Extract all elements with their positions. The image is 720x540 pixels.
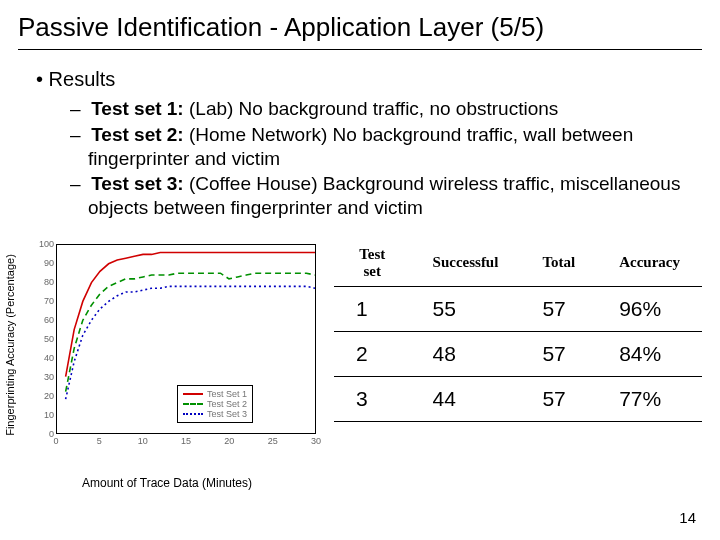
results-heading: • Results [36,68,702,91]
chart-y-axis-label: Fingerprinting Accuracy (Percentage) [4,254,16,436]
table-header: Test set [334,240,411,287]
slide-title: Passive Identification - Application Lay… [18,12,702,50]
results-table: Test setSuccessfulTotalAccuracy 1555796%… [334,240,702,422]
chart-x-axis-label: Amount of Trace Data (Minutes) [18,476,316,490]
chart-legend: Test Set 1 Test Set 2 Test Set 3 [177,385,253,423]
table-header: Successful [411,240,521,287]
chart-series-line [66,286,315,399]
table-row: 3445777% [334,376,702,421]
test-set-1-desc: – Test set 1: (Lab) No background traffi… [70,97,702,121]
table-header: Total [520,240,597,287]
table-row: 2485784% [334,331,702,376]
chart-series-line [66,252,315,376]
page-number: 14 [679,509,696,526]
test-set-2-desc: – Test set 2: (Home Network) No backgrou… [70,123,702,171]
test-set-3-desc: – Test set 3: (Coffee House) Background … [70,172,702,220]
chart-series-line [66,273,315,391]
accuracy-chart: Fingerprinting Accuracy (Percentage) 010… [18,240,316,490]
table-header: Accuracy [597,240,702,287]
table-row: 1555796% [334,286,702,331]
